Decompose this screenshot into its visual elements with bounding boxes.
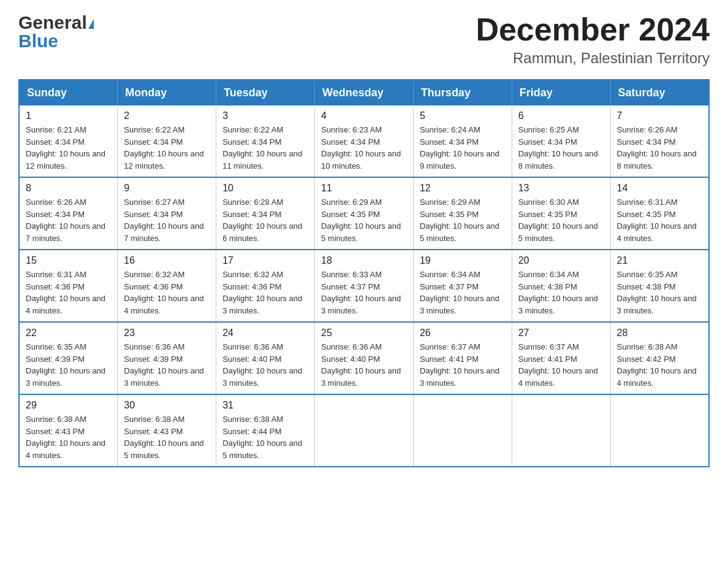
day-info: Sunrise: 6:34 AMSunset: 4:37 PMDaylight:… <box>420 269 506 316</box>
day-number: 21 <box>617 255 702 266</box>
calendar-cell: 20Sunrise: 6:34 AMSunset: 4:38 PMDayligh… <box>512 250 610 322</box>
day-number: 5 <box>420 110 506 121</box>
day-number: 8 <box>26 183 111 194</box>
header-wednesday: Wednesday <box>315 80 414 105</box>
day-number: 30 <box>124 400 210 411</box>
calendar-cell: 28Sunrise: 6:38 AMSunset: 4:42 PMDayligh… <box>610 322 709 394</box>
day-number: 7 <box>617 110 702 121</box>
calendar-cell: 22Sunrise: 6:35 AMSunset: 4:39 PMDayligh… <box>19 322 118 394</box>
calendar-header-row: SundayMondayTuesdayWednesdayThursdayFrid… <box>19 80 709 105</box>
day-info: Sunrise: 6:27 AMSunset: 4:34 PMDaylight:… <box>124 196 210 244</box>
calendar-cell: 3Sunrise: 6:22 AMSunset: 4:34 PMDaylight… <box>216 105 315 177</box>
calendar-cell: 10Sunrise: 6:28 AMSunset: 4:34 PMDayligh… <box>216 177 315 250</box>
day-info: Sunrise: 6:24 AMSunset: 4:34 PMDaylight:… <box>420 124 506 172</box>
week-row-3: 15Sunrise: 6:31 AMSunset: 4:36 PMDayligh… <box>19 250 709 322</box>
day-info: Sunrise: 6:31 AMSunset: 4:36 PMDaylight:… <box>26 269 111 316</box>
header-tuesday: Tuesday <box>216 80 315 105</box>
day-info: Sunrise: 6:34 AMSunset: 4:38 PMDaylight:… <box>518 269 604 316</box>
calendar-cell: 6Sunrise: 6:25 AMSunset: 4:34 PMDaylight… <box>512 105 610 177</box>
day-info: Sunrise: 6:36 AMSunset: 4:40 PMDaylight:… <box>222 341 308 389</box>
day-number: 19 <box>420 255 506 266</box>
day-info: Sunrise: 6:29 AMSunset: 4:35 PMDaylight:… <box>420 196 506 244</box>
day-number: 13 <box>518 183 604 194</box>
day-info: Sunrise: 6:26 AMSunset: 4:34 PMDaylight:… <box>617 124 702 172</box>
calendar-cell: 8Sunrise: 6:26 AMSunset: 4:34 PMDaylight… <box>19 177 118 250</box>
calendar-cell: 16Sunrise: 6:32 AMSunset: 4:36 PMDayligh… <box>118 250 216 322</box>
day-number: 4 <box>321 110 407 121</box>
day-info: Sunrise: 6:35 AMSunset: 4:38 PMDaylight:… <box>617 269 702 316</box>
logo-blue-text: Blue <box>18 31 58 52</box>
day-number: 20 <box>518 255 604 266</box>
calendar-cell: 26Sunrise: 6:37 AMSunset: 4:41 PMDayligh… <box>413 322 512 394</box>
header-saturday: Saturday <box>610 80 709 105</box>
header-sunday: Sunday <box>19 80 118 105</box>
calendar-cell <box>413 394 512 467</box>
day-number: 31 <box>222 400 308 411</box>
calendar-cell <box>610 394 709 467</box>
calendar-cell: 21Sunrise: 6:35 AMSunset: 4:38 PMDayligh… <box>610 250 709 322</box>
day-info: Sunrise: 6:36 AMSunset: 4:40 PMDaylight:… <box>321 341 407 389</box>
week-row-1: 1Sunrise: 6:21 AMSunset: 4:34 PMDaylight… <box>19 105 709 177</box>
calendar-cell: 14Sunrise: 6:31 AMSunset: 4:35 PMDayligh… <box>610 177 709 250</box>
calendar-cell: 19Sunrise: 6:34 AMSunset: 4:37 PMDayligh… <box>413 250 512 322</box>
logo: General Blue <box>18 12 94 52</box>
week-row-5: 29Sunrise: 6:38 AMSunset: 4:43 PMDayligh… <box>19 394 709 467</box>
day-number: 26 <box>420 327 506 339</box>
calendar-cell: 31Sunrise: 6:38 AMSunset: 4:44 PMDayligh… <box>216 394 315 467</box>
day-number: 12 <box>420 183 506 194</box>
month-year-title: December 2024 <box>476 12 710 47</box>
calendar-cell: 13Sunrise: 6:30 AMSunset: 4:35 PMDayligh… <box>512 177 610 250</box>
calendar-cell: 23Sunrise: 6:36 AMSunset: 4:39 PMDayligh… <box>118 322 216 394</box>
week-row-4: 22Sunrise: 6:35 AMSunset: 4:39 PMDayligh… <box>19 322 709 394</box>
week-row-2: 8Sunrise: 6:26 AMSunset: 4:34 PMDaylight… <box>19 177 709 250</box>
day-info: Sunrise: 6:25 AMSunset: 4:34 PMDaylight:… <box>518 124 604 172</box>
page-header: General Blue December 2024 Rammun, Pales… <box>18 12 710 67</box>
day-info: Sunrise: 6:37 AMSunset: 4:41 PMDaylight:… <box>420 341 506 389</box>
calendar-cell: 7Sunrise: 6:26 AMSunset: 4:34 PMDaylight… <box>610 105 709 177</box>
calendar-cell: 24Sunrise: 6:36 AMSunset: 4:40 PMDayligh… <box>216 322 315 394</box>
calendar-cell: 25Sunrise: 6:36 AMSunset: 4:40 PMDayligh… <box>315 322 414 394</box>
location-subtitle: Rammun, Palestinian Territory <box>476 50 710 67</box>
day-info: Sunrise: 6:32 AMSunset: 4:36 PMDaylight:… <box>124 269 210 316</box>
calendar-cell: 29Sunrise: 6:38 AMSunset: 4:43 PMDayligh… <box>19 394 118 467</box>
day-number: 1 <box>26 110 111 121</box>
logo-triangle-icon <box>88 19 94 29</box>
calendar-cell <box>315 394 414 467</box>
logo-general-text: General <box>18 12 87 33</box>
day-info: Sunrise: 6:35 AMSunset: 4:39 PMDaylight:… <box>26 341 111 389</box>
calendar-cell: 30Sunrise: 6:38 AMSunset: 4:43 PMDayligh… <box>118 394 216 467</box>
day-number: 29 <box>26 400 111 411</box>
day-info: Sunrise: 6:23 AMSunset: 4:34 PMDaylight:… <box>321 124 407 172</box>
day-number: 17 <box>222 255 308 266</box>
day-info: Sunrise: 6:30 AMSunset: 4:35 PMDaylight:… <box>518 196 604 244</box>
day-info: Sunrise: 6:29 AMSunset: 4:35 PMDaylight:… <box>321 196 407 244</box>
title-section: December 2024 Rammun, Palestinian Territ… <box>476 12 710 67</box>
day-number: 23 <box>124 327 210 339</box>
day-info: Sunrise: 6:28 AMSunset: 4:34 PMDaylight:… <box>222 196 308 244</box>
calendar-cell: 15Sunrise: 6:31 AMSunset: 4:36 PMDayligh… <box>19 250 118 322</box>
calendar-cell: 5Sunrise: 6:24 AMSunset: 4:34 PMDaylight… <box>413 105 512 177</box>
day-info: Sunrise: 6:33 AMSunset: 4:37 PMDaylight:… <box>321 269 407 316</box>
day-info: Sunrise: 6:38 AMSunset: 4:42 PMDaylight:… <box>617 341 702 389</box>
day-info: Sunrise: 6:21 AMSunset: 4:34 PMDaylight:… <box>26 124 111 172</box>
day-info: Sunrise: 6:31 AMSunset: 4:35 PMDaylight:… <box>617 196 702 244</box>
day-number: 22 <box>26 327 111 339</box>
calendar-cell: 27Sunrise: 6:37 AMSunset: 4:41 PMDayligh… <box>512 322 610 394</box>
header-thursday: Thursday <box>413 80 512 105</box>
day-info: Sunrise: 6:22 AMSunset: 4:34 PMDaylight:… <box>124 124 210 172</box>
day-number: 6 <box>518 110 604 121</box>
calendar-cell: 4Sunrise: 6:23 AMSunset: 4:34 PMDaylight… <box>315 105 414 177</box>
header-monday: Monday <box>118 80 216 105</box>
day-number: 11 <box>321 183 407 194</box>
day-number: 24 <box>222 327 308 339</box>
calendar-cell: 17Sunrise: 6:32 AMSunset: 4:36 PMDayligh… <box>216 250 315 322</box>
day-number: 9 <box>124 183 210 194</box>
day-number: 3 <box>222 110 308 121</box>
day-number: 25 <box>321 327 407 339</box>
day-info: Sunrise: 6:38 AMSunset: 4:43 PMDaylight:… <box>124 413 210 461</box>
day-info: Sunrise: 6:22 AMSunset: 4:34 PMDaylight:… <box>222 124 308 172</box>
calendar-cell: 11Sunrise: 6:29 AMSunset: 4:35 PMDayligh… <box>315 177 414 250</box>
day-number: 15 <box>26 255 111 266</box>
calendar-table: SundayMondayTuesdayWednesdayThursdayFrid… <box>18 79 710 467</box>
day-info: Sunrise: 6:36 AMSunset: 4:39 PMDaylight:… <box>124 341 210 389</box>
